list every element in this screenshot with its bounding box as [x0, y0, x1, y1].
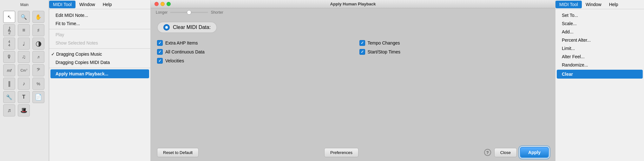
eighth-tool-btn[interactable]: ♪	[18, 78, 30, 90]
dialog-title: Apply Human Playback	[330, 2, 376, 6]
checkbox-startstop-box[interactable]: ✓	[359, 49, 365, 55]
limit-entry[interactable]: Limit...	[555, 44, 644, 52]
close-button[interactable]: Close	[494, 148, 517, 157]
traffic-lights	[154, 2, 171, 6]
dynamic-tool-btn[interactable]: mf	[3, 64, 15, 76]
dialog-wrapper: Apply Human Playback Longer Shorter Clea…	[151, 0, 555, 161]
color-tool-btn[interactable]: ◑	[32, 38, 44, 50]
slider-track[interactable]	[170, 12, 208, 13]
left-menu-window[interactable]: Window	[76, 1, 99, 8]
dialog-footer: Reset to Default Preferences ? Close App…	[151, 144, 555, 161]
checkbox-velocities-label: Velocities	[165, 58, 184, 63]
music-tool-btn[interactable]: ♬	[3, 104, 15, 116]
randomize-entry[interactable]: Randomize...	[555, 61, 644, 69]
checkbox-velocities-box[interactable]: ✓	[157, 58, 163, 64]
time-sig-btn[interactable]: 44	[3, 38, 15, 50]
clear-entry[interactable]: Clear	[557, 70, 643, 79]
menu-divider-3	[49, 68, 150, 68]
percent-tool-btn[interactable]: %	[32, 78, 44, 90]
percent-alter-entry[interactable]: Percent Alter...	[555, 36, 644, 44]
apply-button[interactable]: Apply	[520, 147, 549, 158]
checkbox-continuous-box[interactable]: ✓	[157, 49, 163, 55]
right-menu-body: Set To... Scale... Add... Percent Alter.…	[555, 9, 644, 161]
reset-to-default-button[interactable]: Reset to Default	[157, 148, 199, 157]
dragging-copies-music[interactable]: Dragging Copies Music	[49, 50, 150, 58]
beam-tool-btn[interactable]: ♬	[32, 51, 44, 63]
checkbox-continuous-label: All Continuous Data	[165, 49, 205, 54]
help-button[interactable]: ?	[484, 149, 491, 156]
clear-midi-radio[interactable]	[163, 24, 170, 31]
right-menu: MIDI Tool Window Help Set To... Scale...…	[555, 0, 644, 161]
wrench-tool-btn[interactable]: 🔧	[3, 91, 15, 103]
dialog-footer-left: Reset to Default	[157, 148, 199, 157]
dialog-topbar-controls: Longer Shorter	[151, 8, 555, 17]
checkbox-all-continuous[interactable]: ✓ All Continuous Data	[157, 49, 347, 55]
checkbox-start-stop[interactable]: ✓ Start/Stop Times	[359, 49, 549, 55]
left-menubar: MIDI Tool Window Help	[49, 0, 150, 9]
dialog-content: Clear MIDI Data: ✓ Extra AHP Items ✓ Tem…	[151, 17, 555, 144]
right-menu-midi-tool[interactable]: MIDI Tool	[555, 1, 582, 8]
checkbox-extra-ahp[interactable]: ✓ Extra AHP Items	[157, 40, 347, 46]
edit-midi-note[interactable]: Edit MIDI Note...	[49, 11, 150, 19]
show-selected-notes: Show Selected Notes	[49, 39, 150, 47]
close-traffic-light[interactable]	[154, 2, 159, 6]
text-tool-btn[interactable]: T	[18, 91, 30, 103]
scale-entry[interactable]: Scale...	[555, 19, 644, 28]
left-menu-midi-tool[interactable]: MIDI Tool	[49, 1, 76, 8]
magnify-tool-btn[interactable]: 🔍	[18, 11, 30, 23]
checkbox-velocities[interactable]: ✓ Velocities	[157, 58, 347, 64]
toolbar-grid: ↖ 🔍 ✋ 𝄞 ≡ ♯ 44 ♩ ◑ 🎙 ♫ ♬ mf Cm⁷ 𝄢 ‖ ♪ % …	[2, 10, 47, 118]
menu-divider-2	[49, 48, 150, 49]
dialog-titlebar: Apply Human Playback	[151, 0, 555, 8]
alter-feel-entry[interactable]: Alter Feel...	[555, 52, 644, 61]
note-tool-btn[interactable]: ♩	[18, 38, 30, 50]
staff-tool-btn[interactable]: ≡	[18, 24, 30, 36]
chord-tool-btn[interactable]: Cm⁷	[18, 64, 30, 76]
apply-human-playback[interactable]: Apply Human Playback...	[50, 69, 149, 78]
checkbox-extra-ahp-box[interactable]: ✓	[157, 40, 163, 46]
barline-tool-btn[interactable]: ‖	[3, 78, 15, 90]
mic-tool-btn[interactable]: 🎙	[3, 51, 15, 63]
page-tool-btn[interactable]: 📄	[32, 91, 44, 103]
slider-thumb[interactable]	[187, 10, 191, 15]
shorter-label: Shorter	[211, 10, 223, 15]
sharp-tool-btn[interactable]: ♯	[32, 24, 44, 36]
notes-tool-btn[interactable]: ♫	[18, 51, 30, 63]
add-entry[interactable]: Add...	[555, 28, 644, 36]
left-toolbar: Main ↖ 🔍 ✋ 𝄞 ≡ ♯ 44 ♩ ◑ 🎙 ♫ ♬ mf Cm⁷ 𝄢 ‖…	[0, 0, 49, 161]
hat-tool-btn[interactable]: 🎩	[18, 104, 30, 116]
checkbox-startstop-label: Start/Stop Times	[368, 49, 400, 54]
fit-to-time[interactable]: Fit to Time...	[49, 19, 150, 28]
checkboxes-grid: ✓ Extra AHP Items ✓ Tempo Changes ✓ All …	[157, 40, 549, 64]
checkbox-tempo-box[interactable]: ✓	[359, 40, 365, 46]
menu-divider-1	[49, 29, 150, 29]
minimize-traffic-light[interactable]	[161, 2, 165, 6]
right-menubar: MIDI Tool Window Help	[555, 0, 644, 9]
right-menu-window[interactable]: Window	[582, 1, 605, 8]
dialog-footer-right: ? Close Apply	[484, 147, 549, 158]
clear-midi-label: Clear MIDI Data:	[173, 24, 211, 30]
left-menu-body: Edit MIDI Note... Fit to Time... Play Sh…	[49, 9, 150, 161]
bass-clef-btn[interactable]: 𝄢	[32, 64, 44, 76]
checkbox-tempo-changes[interactable]: ✓ Tempo Changes	[359, 40, 549, 46]
checkbox-tempo-label: Tempo Changes	[368, 40, 400, 46]
hand-tool-btn[interactable]: ✋	[32, 11, 44, 23]
left-menu-help[interactable]: Help	[99, 1, 116, 8]
set-to-entry[interactable]: Set To...	[555, 11, 644, 19]
toolbar-title: Main	[20, 3, 29, 7]
treble-clef-btn[interactable]: 𝄞	[3, 24, 15, 36]
fullscreen-traffic-light[interactable]	[167, 2, 171, 6]
preferences-button[interactable]: Preferences	[324, 148, 358, 157]
checkbox-extra-ahp-label: Extra AHP Items	[165, 40, 198, 46]
play-entry: Play	[49, 31, 150, 39]
dragging-copies-midi[interactable]: Dragging Copies MIDI Data	[49, 58, 150, 66]
right-menu-help[interactable]: Help	[605, 1, 622, 8]
longer-label: Longer	[156, 10, 168, 15]
radio-inner	[165, 26, 168, 29]
arrow-tool-btn[interactable]: ↖	[3, 11, 15, 23]
left-menu: MIDI Tool Window Help Edit MIDI Note... …	[49, 0, 151, 161]
